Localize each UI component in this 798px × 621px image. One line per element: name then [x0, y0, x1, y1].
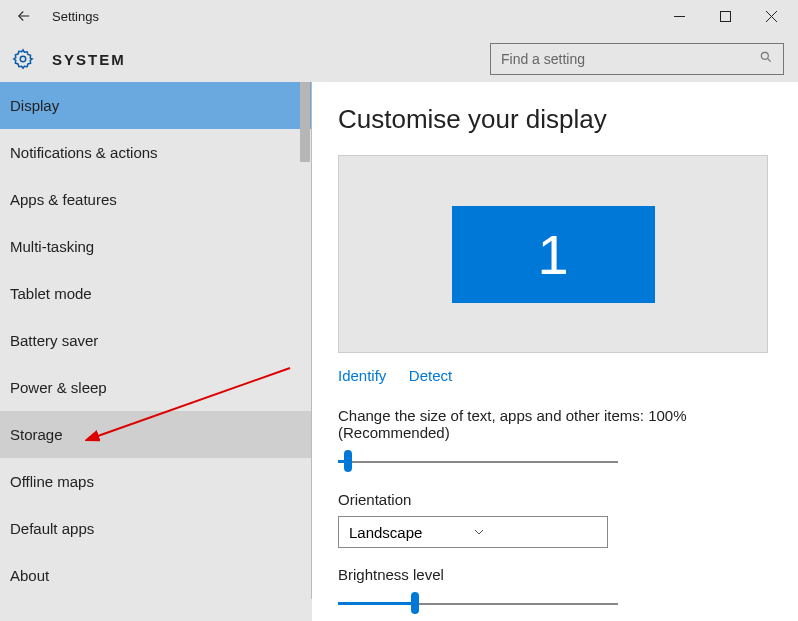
- recommended-label: (Recommended): [338, 424, 772, 441]
- orientation-select[interactable]: Landscape: [338, 516, 608, 548]
- svg-point-3: [761, 52, 768, 59]
- chevron-down-icon: [473, 524, 597, 541]
- sidebar-item-display[interactable]: Display: [0, 82, 311, 129]
- brightness-label: Brightness level: [338, 566, 772, 583]
- sidebar-scrollbar[interactable]: [298, 82, 312, 621]
- identify-link[interactable]: Identify: [338, 367, 386, 384]
- detect-link[interactable]: Detect: [409, 367, 452, 384]
- sidebar-item-about[interactable]: About: [0, 552, 311, 599]
- sidebar-item-battery-saver[interactable]: Battery saver: [0, 317, 311, 364]
- search-box[interactable]: [490, 43, 784, 75]
- sidebar-item-power-sleep[interactable]: Power & sleep: [0, 364, 311, 411]
- window-title: Settings: [52, 9, 99, 24]
- text-size-slider[interactable]: [338, 449, 618, 473]
- page-title: Customise your display: [338, 104, 772, 135]
- text-size-label: Change the size of text, apps and other …: [338, 407, 772, 424]
- sidebar-item-multi-tasking[interactable]: Multi-tasking: [0, 223, 311, 270]
- sidebar-item-storage[interactable]: Storage: [0, 411, 311, 458]
- sidebar-item-default-apps[interactable]: Default apps: [0, 505, 311, 552]
- close-button[interactable]: [748, 0, 794, 32]
- main-panel: Customise your display 1 Identify Detect…: [312, 82, 798, 621]
- search-input[interactable]: [501, 51, 759, 67]
- brightness-slider[interactable]: [338, 591, 618, 615]
- sidebar-item-apps-features[interactable]: Apps & features: [0, 176, 311, 223]
- svg-rect-0: [674, 16, 685, 17]
- orientation-value: Landscape: [349, 524, 473, 541]
- sidebar-item-notifications-actions[interactable]: Notifications & actions: [0, 129, 311, 176]
- monitor-tile-1[interactable]: 1: [452, 206, 655, 303]
- gear-icon: [12, 48, 34, 70]
- sidebar: DisplayNotifications & actionsApps & fea…: [0, 82, 312, 621]
- search-icon: [759, 50, 773, 68]
- orientation-label: Orientation: [338, 491, 772, 508]
- display-arrangement[interactable]: 1: [338, 155, 768, 353]
- minimize-button[interactable]: [656, 0, 702, 32]
- maximize-button[interactable]: [702, 0, 748, 32]
- back-button[interactable]: [4, 0, 44, 32]
- system-label: SYSTEM: [52, 51, 126, 68]
- sidebar-item-offline-maps[interactable]: Offline maps: [0, 458, 311, 505]
- svg-point-2: [20, 56, 26, 62]
- svg-rect-1: [720, 11, 730, 21]
- sidebar-item-tablet-mode[interactable]: Tablet mode: [0, 270, 311, 317]
- monitor-number: 1: [537, 222, 568, 287]
